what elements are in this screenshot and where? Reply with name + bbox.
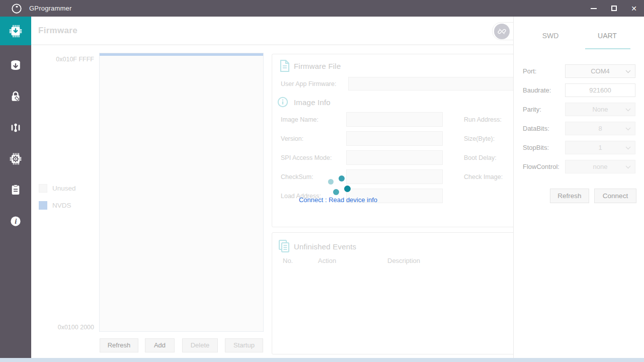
window-controls: ✕: [584, 0, 644, 17]
column-no: No.: [283, 257, 293, 264]
version-label: Version:: [281, 135, 303, 142]
window-bottom-border: [0, 358, 644, 362]
flowcontrol-value: none: [593, 163, 608, 170]
sidebar-item-log[interactable]: [0, 179, 31, 201]
chevron-down-icon: [625, 146, 631, 150]
lock-pencil-icon: [9, 89, 23, 104]
connection-panel: SWD UART Port: COM4 Baudrate: Parity: No…: [513, 17, 644, 358]
checksum-input[interactable]: [346, 169, 443, 184]
app-window: GProgrammer ✕: [0, 0, 644, 362]
sidebar: i: [0, 17, 31, 358]
app-title: GProgrammer: [29, 5, 72, 12]
legend-item-nvds: NVDS: [39, 201, 71, 210]
goodix-logo-icon: [11, 3, 22, 14]
close-icon: ✕: [631, 5, 637, 12]
page-header: Firmware: [31, 17, 513, 45]
disconnect-button[interactable]: [494, 24, 510, 39]
delete-firmware-button[interactable]: Delete: [182, 338, 218, 352]
spinner-dot: [339, 175, 345, 182]
spinner-dot: [344, 186, 351, 192]
user-app-firmware-label: User App Firmware:: [281, 80, 336, 87]
legend-item-unused: Unused: [39, 184, 76, 193]
spinner-dot: [328, 179, 334, 185]
legend-label-unused: Unused: [52, 185, 76, 192]
unfinished-events-heading: Unfinished Events: [294, 242, 356, 251]
panel-refresh-button[interactable]: Refresh: [550, 189, 589, 203]
spi-access-mode-label: SPI Access Mode:: [281, 154, 332, 161]
add-firmware-button[interactable]: Add: [145, 338, 175, 352]
spinner-dot: [333, 189, 339, 195]
port-label: Port:: [523, 67, 536, 75]
parity-label: Parity:: [523, 106, 541, 113]
stopbits-select[interactable]: 1: [565, 141, 635, 154]
sidebar-item-connect-pins[interactable]: [0, 117, 31, 139]
legend-swatch-nvds: [39, 201, 47, 210]
image-name-input[interactable]: [346, 112, 443, 127]
refresh-firmware-button[interactable]: Refresh: [100, 338, 138, 352]
checksum-label: CheckSum:: [281, 173, 313, 180]
chevron-down-icon: [625, 70, 631, 73]
chevron-down-icon: [625, 127, 631, 131]
sidebar-item-flash-download[interactable]: [0, 54, 31, 76]
chevron-down-icon: [625, 165, 631, 169]
sidebar-item-chip-config[interactable]: [0, 148, 31, 170]
maximize-button[interactable]: [604, 0, 624, 17]
memory-map[interactable]: [99, 53, 264, 332]
databits-label: DataBits:: [523, 125, 549, 132]
active-tab-underline: [585, 48, 630, 49]
baudrate-label: Baudrate:: [523, 86, 551, 94]
chevron-down-icon: [625, 108, 631, 112]
memory-top-address: 0x010F FFFF: [39, 56, 94, 63]
databits-select[interactable]: 8: [565, 122, 635, 135]
sidebar-item-encrypt-sign[interactable]: [0, 85, 31, 108]
page-title: Firmware: [38, 26, 77, 36]
sidebar-item-about[interactable]: i: [0, 210, 31, 232]
user-app-firmware-input[interactable]: [348, 77, 534, 90]
info-icon: i: [9, 214, 23, 228]
memory-region-nvds: [100, 53, 263, 56]
events-icon: [278, 239, 291, 253]
spi-access-mode-input[interactable]: [346, 150, 443, 165]
flowcontrol-label: FlowControl:: [523, 163, 559, 170]
tab-swd[interactable]: SWD: [534, 32, 567, 40]
run-address-label: Run Address:: [464, 116, 502, 123]
document-icon: [279, 59, 291, 72]
stopbits-value: 1: [598, 144, 602, 151]
panel-connect-button[interactable]: Connect: [594, 189, 636, 203]
minimize-button[interactable]: [584, 0, 604, 17]
startup-firmware-button[interactable]: Startup: [225, 338, 263, 352]
flowcontrol-select[interactable]: none: [565, 160, 635, 173]
connector-pins-icon: [9, 121, 23, 135]
legend-swatch-unused: [39, 184, 47, 193]
firmware-chip-icon: [8, 24, 23, 39]
clipboard-icon: [9, 184, 22, 197]
tab-uart[interactable]: UART: [591, 32, 624, 40]
baudrate-input[interactable]: [565, 83, 635, 97]
databits-value: 8: [598, 125, 602, 132]
loading-message: Connect : Read device info: [278, 196, 398, 204]
close-button[interactable]: ✕: [624, 0, 644, 17]
parity-value: None: [592, 106, 608, 113]
image-name-label: Image Name:: [281, 116, 318, 123]
chip-gear-icon: [9, 152, 23, 166]
memory-bottom-address: 0x0100 2000: [39, 324, 94, 331]
sidebar-item-firmware[interactable]: [0, 17, 31, 45]
storage-download-icon: [9, 58, 23, 72]
check-image-label: Check Image:: [464, 173, 503, 180]
boot-delay-label: Boot Delay:: [464, 154, 497, 161]
column-action: Action: [318, 257, 336, 264]
titlebar: GProgrammer ✕: [0, 0, 644, 17]
legend-label-nvds: NVDS: [52, 202, 71, 209]
image-info-icon: [277, 97, 288, 108]
version-input[interactable]: [346, 131, 443, 146]
image-info-heading: Image Info: [294, 98, 331, 107]
parity-select[interactable]: None: [565, 103, 635, 116]
firmware-file-heading: Firmware File: [294, 62, 341, 70]
port-value: COM4: [591, 67, 610, 75]
column-description: Description: [387, 257, 420, 264]
stopbits-label: StopBits:: [523, 144, 549, 151]
broken-link-icon: [498, 27, 506, 36]
maximize-icon: [611, 6, 617, 11]
port-select[interactable]: COM4: [565, 64, 635, 78]
size-byte-label: Size(Byte):: [464, 135, 495, 142]
